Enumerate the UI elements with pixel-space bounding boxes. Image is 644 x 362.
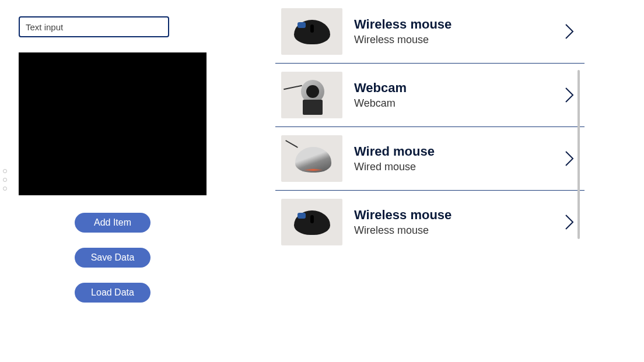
- list-item[interactable]: Wired mouse Wired mouse: [275, 127, 584, 191]
- list-item[interactable]: Wireless mouse Wireless mouse: [275, 191, 584, 254]
- item-title: Wired mouse: [354, 144, 564, 159]
- nav-dots: [3, 169, 7, 191]
- left-panel: Add Item Save Data Load Data: [19, 16, 211, 303]
- chevron-right-icon: [564, 22, 575, 41]
- item-text: Wired mouse Wired mouse: [354, 144, 564, 173]
- item-thumbnail: [281, 135, 342, 182]
- nav-dot: [3, 187, 7, 191]
- chevron-right-icon: [564, 86, 575, 104]
- scrollbar[interactable]: [578, 70, 580, 239]
- item-subtitle: Webcam: [354, 97, 564, 110]
- button-stack: Add Item Save Data Load Data: [19, 213, 206, 303]
- item-thumbnail: [281, 199, 342, 245]
- item-thumbnail: [281, 72, 342, 118]
- item-subtitle: Wireless mouse: [354, 34, 564, 46]
- save-data-button[interactable]: Save Data: [75, 248, 150, 268]
- camera-preview: [19, 52, 206, 195]
- item-subtitle: Wireless mouse: [354, 224, 564, 237]
- item-list: Wireless mouse Wireless mouse Webcam Web…: [275, 0, 584, 362]
- item-text: Wireless mouse Wireless mouse: [354, 17, 564, 45]
- nav-dot: [3, 178, 7, 182]
- chevron-right-icon: [564, 213, 575, 231]
- item-text: Wireless mouse Wireless mouse: [354, 208, 564, 236]
- item-title: Wireless mouse: [354, 208, 564, 223]
- item-text: Webcam Webcam: [354, 80, 564, 109]
- list-item[interactable]: Webcam Webcam: [275, 64, 584, 127]
- text-input[interactable]: [19, 16, 169, 37]
- add-item-button[interactable]: Add Item: [75, 213, 150, 233]
- nav-dot: [3, 169, 7, 173]
- item-title: Webcam: [354, 80, 564, 96]
- chevron-right-icon: [564, 149, 575, 168]
- load-data-button[interactable]: Load Data: [75, 283, 150, 303]
- item-title: Wireless mouse: [354, 17, 564, 32]
- item-thumbnail: [281, 8, 342, 55]
- item-subtitle: Wired mouse: [354, 161, 564, 173]
- list-item[interactable]: Wireless mouse Wireless mouse: [275, 0, 584, 64]
